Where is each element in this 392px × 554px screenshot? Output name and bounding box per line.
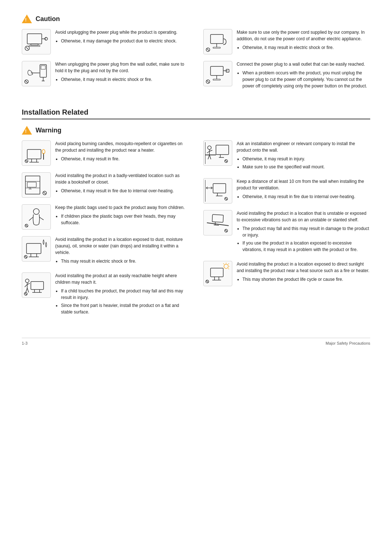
warn-p-l5: Avoid installing the product at an easil… [55, 272, 189, 286]
svg-rect-36 [25, 176, 40, 194]
svg-rect-16 [211, 34, 223, 44]
svg-rect-47 [26, 243, 41, 254]
warn-text-r2: Keep a distance of at least 10 cm from t… [237, 178, 370, 201]
svg-point-70 [208, 146, 211, 149]
caution-img-2 [22, 61, 51, 86]
warn-bullet-l1: Otherwise, it may result in fire. [61, 156, 189, 162]
warn-p-l1: Avoid placing burning candles, mosquito-… [55, 140, 189, 153]
svg-line-90 [225, 230, 227, 232]
warning-columns: Avoid placing burning candles, mosquito-… [22, 140, 370, 323]
svg-rect-28 [27, 149, 41, 159]
caution-img-r1 [203, 29, 232, 54]
warn-img-l5 [22, 272, 51, 298]
svg-rect-91 [211, 268, 223, 277]
warn-bullet-l3: If children place the plastic bags over … [61, 213, 189, 226]
svg-rect-65 [216, 145, 229, 155]
svg-rect-2 [29, 45, 40, 46]
caution-bullet-2: Otherwise, it may result in electric sho… [61, 76, 189, 83]
warn-item-r2: Keep a distance of at least 10 cm from t… [203, 178, 370, 204]
warn-text-l5: Avoid installing the product at an easil… [55, 272, 189, 317]
warning-right-col: Ask an installation engineer or relevant… [203, 140, 370, 323]
caution-columns: Avoid unplugging the power plug while th… [22, 29, 370, 97]
warn-img-r1 [203, 140, 232, 166]
svg-line-62 [27, 288, 29, 292]
svg-line-15 [25, 81, 28, 83]
warn-p-l4: Avoid installing the product in a locati… [55, 236, 189, 256]
svg-line-61 [26, 288, 27, 292]
caution-text-2: When unplugging the power plug from the … [55, 61, 189, 84]
svg-line-73 [209, 150, 212, 151]
caution-item-1: Avoid unplugging the power plug while th… [22, 29, 189, 54]
caution-bullet-r2: When a problem occurs with the product, … [242, 70, 370, 89]
warn-item-l3: Keep the plastic bags used to pack the p… [22, 204, 189, 230]
warn-item-l2: Avoid installing the product in a badly-… [22, 172, 189, 198]
svg-line-60 [27, 283, 30, 284]
warn-bullet-l5-1: If a child touches the product, the prod… [61, 288, 189, 301]
caution-left-col: Avoid unplugging the power plug while th… [22, 29, 189, 97]
warn-item-l1: Avoid placing burning candles, mosquito-… [22, 140, 189, 166]
warning-title: Warning [36, 127, 61, 134]
caution-text-r2: Connect the power plug to a wall outlet … [237, 61, 370, 91]
warn-bullet-r3-1: The product may fall and this may result… [242, 225, 370, 238]
svg-line-35 [25, 160, 28, 162]
caution-item-2: When unplugging the power plug from the … [22, 61, 189, 86]
caution-right-col: Make sure to use only the power cord sup… [203, 29, 370, 97]
svg-line-100 [223, 263, 224, 264]
warn-img-l1 [22, 140, 51, 166]
caution-bullet-1: Otherwise, it may damage the product due… [61, 38, 189, 44]
svg-line-88 [214, 225, 219, 225]
warn-item-l5: Avoid installing the product at an easil… [22, 272, 189, 317]
installation-section: Installation Related Warning [22, 108, 370, 323]
caution-triangle-icon [22, 15, 32, 23]
caution-text-r1: Make sure to use only the power cord sup… [237, 29, 370, 52]
warn-img-l3 [22, 204, 51, 230]
caution-bullet-r1: Otherwise, it may result in electric sho… [242, 44, 370, 51]
warn-text-r4: Avoid installing the product in a locati… [237, 261, 370, 284]
caution-p-r2: Connect the power plug to a wall outlet … [237, 61, 370, 67]
svg-line-77 [225, 160, 227, 162]
svg-line-43 [44, 192, 46, 194]
caution-text-1: Avoid unplugging the power plug while th… [55, 29, 189, 46]
caution-title: Caution [36, 15, 60, 23]
warning-left-col: Avoid placing burning candles, mosquito-… [22, 140, 189, 323]
svg-rect-78 [213, 184, 226, 193]
svg-line-97 [228, 263, 229, 264]
warn-img-r3 [203, 210, 232, 235]
warn-bullet-r2: Otherwise, it may result in fire due to … [242, 193, 370, 200]
warn-item-r1: Ask an installation engineer or relevant… [203, 140, 370, 172]
svg-line-8 [26, 47, 28, 49]
warn-bullet-l5-2: Since the front part is heavier, install… [61, 302, 189, 315]
warn-bullet-l2: Otherwise, it may result in fire due to … [61, 188, 189, 194]
warn-text-r1: Ask an installation engineer or relevant… [237, 140, 370, 172]
svg-rect-86 [212, 214, 223, 222]
warn-bullet-r1-1: Otherwise, it may result in injury. [242, 156, 370, 162]
warn-p-r1: Ask an installation engineer or relevant… [237, 140, 370, 153]
warn-bullet-l4: This may result in electric shock or fir… [61, 258, 189, 264]
caution-item-r1: Make sure to use only the power cord sup… [203, 29, 370, 54]
footer-section-title: Major Safety Precautions [326, 341, 370, 345]
svg-line-84 [225, 198, 227, 200]
warn-text-l1: Avoid placing burning candles, mosquito-… [55, 140, 189, 164]
svg-point-57 [25, 279, 29, 283]
warn-p-r4: Avoid installing the product in a locati… [237, 261, 370, 274]
warn-p-l2: Avoid installing the product in a badly-… [55, 172, 189, 185]
svg-point-95 [224, 264, 228, 268]
warning-subsection: Warning [22, 126, 370, 323]
warn-img-l2 [22, 172, 51, 198]
svg-rect-10 [41, 66, 45, 69]
warning-triangle-icon [22, 126, 32, 135]
svg-line-52 [25, 256, 27, 258]
svg-line-74 [208, 155, 209, 159]
warn-p-r2: Keep a distance of at least 10 cm from t… [237, 178, 370, 191]
svg-line-102 [206, 280, 208, 283]
warning-header: Warning [22, 126, 370, 135]
caution-img-1 [22, 29, 51, 54]
svg-line-72 [207, 151, 209, 153]
warn-img-l4 [22, 236, 51, 262]
warn-img-r2 [203, 178, 232, 204]
warn-p-l3: Keep the plastic bags used to pack the p… [55, 204, 189, 211]
svg-rect-53 [31, 282, 44, 290]
warn-bullet-r4: This may shorten the product life cycle … [242, 276, 370, 283]
warn-bullet-r3-2: If you use the product in a location exp… [242, 240, 370, 253]
caution-p-r1: Make sure to use only the power cord sup… [237, 29, 370, 42]
